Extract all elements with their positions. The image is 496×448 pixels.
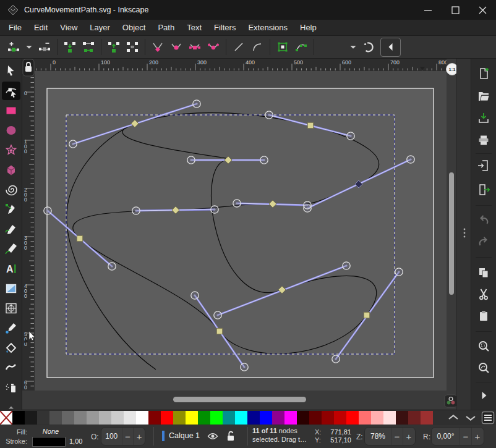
palette-swatch-none[interactable]	[0, 411, 12, 425]
tool-star[interactable]	[2, 141, 20, 159]
menu-filters[interactable]: Filters	[208, 20, 242, 35]
menu-file[interactable]: File	[2, 20, 28, 35]
menu-text[interactable]: Text	[181, 20, 208, 35]
zoom-increase-button[interactable]: +	[403, 428, 414, 445]
palette-swatch[interactable]	[322, 411, 334, 425]
zoom-value[interactable]: 78%	[365, 432, 391, 441]
paste-button[interactable]	[475, 307, 492, 324]
palette-swatch[interactable]	[136, 411, 148, 425]
palette-swatch[interactable]	[396, 411, 408, 425]
break-nodes-button[interactable]	[105, 38, 123, 56]
palette-swatch[interactable]	[383, 411, 396, 425]
join-with-segment-button[interactable]	[79, 38, 98, 56]
stroke-width-value[interactable]: 1,00	[69, 437, 82, 445]
scroll-up-button[interactable]	[447, 412, 460, 424]
opacity-increase-button[interactable]: +	[133, 428, 145, 445]
tool-ellipse[interactable]	[2, 121, 20, 140]
tool-box-3d[interactable]	[2, 161, 20, 179]
menu-help[interactable]: Help	[294, 20, 323, 35]
palette-swatch[interactable]	[87, 411, 99, 425]
menu-extensions[interactable]: Extensions	[242, 20, 294, 35]
tool-pen[interactable]	[2, 200, 20, 219]
palette-swatch[interactable]	[371, 411, 383, 425]
smooth-node-button[interactable]	[167, 38, 186, 56]
tool-gradient[interactable]	[2, 279, 20, 298]
palette-swatch[interactable]	[25, 411, 37, 425]
stroke-to-path-button[interactable]	[292, 38, 310, 56]
curve-segment-button[interactable]	[248, 38, 267, 56]
maximize-button[interactable]	[442, 0, 469, 20]
fill-value[interactable]: None	[35, 428, 67, 435]
zoom-spinbox[interactable]: 78% − +	[364, 427, 416, 446]
v-scrollbar-thumb[interactable]	[449, 172, 454, 295]
palette-swatch[interactable]	[161, 411, 173, 425]
snap-toolbar-collapsed[interactable]	[456, 59, 471, 410]
opacity-decrease-button[interactable]: −	[122, 428, 134, 445]
symmetric-node-button[interactable]	[186, 38, 204, 56]
close-button[interactable]	[469, 0, 496, 20]
canvas[interactable]: 0100200300400500600700800010020030040050…	[22, 59, 456, 410]
palette-swatch[interactable]	[247, 411, 260, 425]
palette-swatch[interactable]	[124, 411, 136, 425]
palette-swatch[interactable]	[99, 411, 111, 425]
palette-swatch[interactable]	[346, 411, 359, 425]
tool-spray[interactable]	[2, 378, 20, 397]
palette-swatch[interactable]	[223, 411, 235, 425]
palette-swatch[interactable]	[37, 411, 49, 425]
rotation-increase-button[interactable]: +	[471, 428, 483, 445]
menu-path[interactable]: Path	[152, 20, 181, 35]
cut-button[interactable]	[475, 285, 492, 303]
menu-edit[interactable]: Edit	[28, 20, 54, 35]
menu-view[interactable]: View	[54, 20, 83, 35]
delete-node-button[interactable]	[35, 38, 54, 56]
palette-swatch[interactable]	[235, 411, 247, 425]
tool-rectangle[interactable]	[2, 101, 20, 120]
palette-swatch[interactable]	[173, 411, 186, 425]
object-to-path-button[interactable]	[273, 38, 292, 56]
opacity-spinbox[interactable]: 100 − +	[101, 427, 145, 446]
palette-swatch[interactable]	[284, 411, 297, 425]
palette-swatch[interactable]	[408, 411, 421, 425]
tool-node-editor[interactable]	[2, 82, 20, 100]
tool-spiral[interactable]	[2, 180, 20, 199]
tool-mesh-gradient[interactable]	[2, 299, 20, 318]
save-document-button[interactable]	[475, 109, 492, 127]
tool-pencil[interactable]	[2, 220, 20, 239]
palette-swatch[interactable]	[260, 411, 272, 425]
palette-swatch[interactable]	[359, 411, 371, 425]
path-node[interactable]	[307, 122, 313, 128]
palette-swatch[interactable]	[334, 411, 346, 425]
path-node[interactable]	[77, 235, 82, 241]
new-document-button[interactable]	[475, 65, 492, 82]
palette-swatch[interactable]	[62, 411, 74, 425]
palette-swatch[interactable]	[148, 411, 161, 425]
open-document-button[interactable]	[475, 87, 492, 104]
insert-node-button[interactable]	[4, 38, 23, 56]
palette-menu-button[interactable]	[481, 412, 495, 424]
undo-button[interactable]	[475, 211, 492, 229]
corner-node-button[interactable]	[148, 38, 167, 56]
insert-node-dropdown-button[interactable]	[23, 38, 35, 56]
copy-button[interactable]	[475, 264, 492, 281]
toolbar-overflow-dropdown-button[interactable]	[347, 38, 359, 56]
collapse-panel-button[interactable]	[380, 38, 401, 57]
minimize-button[interactable]	[414, 0, 442, 20]
line-segment-button[interactable]	[229, 38, 248, 56]
tool-paint-bucket[interactable]	[2, 339, 20, 357]
join-nodes-button[interactable]	[61, 38, 79, 56]
menu-object[interactable]: Object	[116, 20, 152, 35]
path-node[interactable]	[364, 312, 369, 318]
stroke-color-swatch[interactable]	[32, 437, 66, 447]
menu-layer[interactable]: Layer	[83, 20, 116, 35]
show-handles-button[interactable]	[359, 38, 378, 56]
zoom-decrease-button[interactable]: −	[391, 428, 403, 445]
palette-swatch[interactable]	[297, 411, 309, 425]
print-button[interactable]	[475, 132, 492, 149]
document-page[interactable]	[47, 88, 434, 378]
palette-swatch[interactable]	[210, 411, 223, 425]
tool-tweak[interactable]	[2, 358, 20, 377]
path-node[interactable]	[216, 328, 222, 334]
redo-button[interactable]	[475, 233, 492, 250]
h-scrollbar-thumb[interactable]	[173, 397, 306, 402]
export-button[interactable]	[475, 181, 492, 198]
